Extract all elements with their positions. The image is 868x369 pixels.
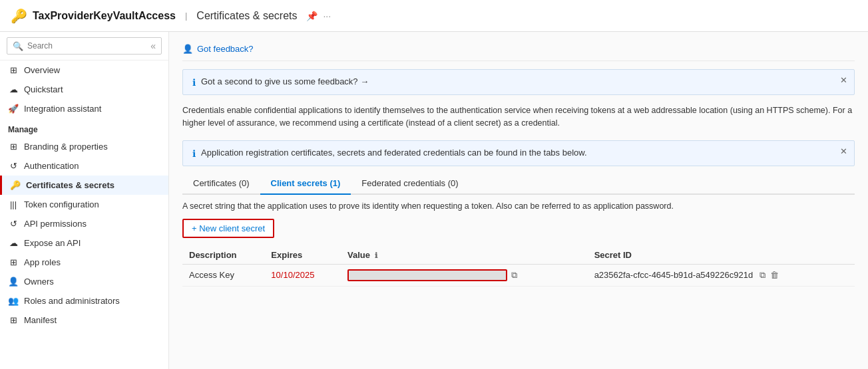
sidebar-item-label: Certificates & secrets — [26, 180, 114, 190]
collapse-icon[interactable]: « — [150, 41, 156, 51]
new-client-secret-button[interactable]: + New client secret — [182, 219, 274, 238]
sidebar-item-label: Overview — [24, 65, 60, 75]
sidebar-item-quickstart[interactable]: ☁ Quickstart — [0, 80, 168, 99]
app-icon: 🔑 — [11, 8, 27, 24]
sidebar-item-api-permissions[interactable]: ↺ API permissions — [0, 214, 168, 233]
delete-secret-icon[interactable]: 🗑 — [770, 270, 779, 280]
secret-id-text: a23562fa-cfcc-4645-b91d-a549226c921d — [594, 270, 754, 280]
sidebar-item-token-config[interactable]: ||| Token configuration — [0, 195, 168, 214]
sidebar-item-label: Quickstart — [24, 84, 63, 94]
close-banner-1-button[interactable]: ✕ — [840, 75, 847, 85]
feedback-label: Got feedback? — [197, 44, 254, 54]
content-inner: 👤 Got feedback? ℹ Got a second to give u… — [169, 32, 868, 295]
value-cell: ⧉ — [347, 269, 581, 281]
sidebar-item-authentication[interactable]: ↺ Authentication — [0, 156, 168, 176]
branding-icon: ⊞ — [8, 142, 19, 152]
info-icon-2: ℹ — [192, 148, 196, 159]
feedback-banner: ℹ Got a second to give us some feedback?… — [182, 69, 855, 95]
value-redacted — [347, 269, 507, 281]
sidebar-item-label: Integration assistant — [24, 104, 101, 114]
table-header-row: Description Expires Value ℹ Secret ID — [182, 246, 855, 265]
page-header: 🔑 TaxProviderKeyVaultAccess | Certificat… — [0, 0, 868, 32]
sidebar-item-label: Roles and administrators — [24, 296, 120, 306]
tab-certificates[interactable]: Certificates (0) — [182, 173, 260, 195]
pin-icon[interactable]: 📌 — [306, 11, 318, 21]
more-options-icon[interactable]: ··· — [323, 11, 331, 21]
credentials-description: Credentials enable confidential applicat… — [182, 102, 855, 132]
info-icon-1: ℹ — [192, 77, 196, 88]
tab-description: A secret string that the application use… — [182, 201, 855, 211]
sidebar-item-app-roles[interactable]: ⊞ App roles — [0, 253, 168, 272]
cell-secret-id: a23562fa-cfcc-4645-b91d-a549226c921d ⧉ 🗑 — [588, 264, 855, 286]
sidebar-item-overview[interactable]: ⊞ Overview — [0, 61, 168, 80]
copy-value-icon[interactable]: ⧉ — [511, 270, 517, 281]
search-box[interactable]: 🔍 « — [7, 37, 162, 55]
app-roles-icon: ⊞ — [8, 257, 19, 267]
page-title: Certificates & secrets — [196, 10, 297, 22]
value-info-icon: ℹ — [375, 251, 377, 259]
sidebar-item-certificates[interactable]: 🔑 Certificates & secrets — [0, 176, 168, 195]
certificates-icon: 🔑 — [10, 180, 21, 190]
overview-icon: ⊞ — [8, 65, 19, 75]
authentication-icon: ↺ — [8, 161, 19, 171]
col-description: Description — [182, 246, 264, 265]
cell-description: Access Key — [182, 264, 264, 286]
sidebar-item-label: Expose an API — [24, 238, 81, 248]
content-area: 👤 Got feedback? ℹ Got a second to give u… — [169, 32, 868, 369]
manage-section-label: Manage — [0, 118, 168, 137]
feedback-person-icon: 👤 — [182, 44, 193, 54]
integration-icon: 🚀 — [8, 104, 19, 114]
cell-expires: 10/10/2025 — [264, 264, 341, 286]
quickstart-icon: ☁ — [8, 84, 19, 94]
tabs-info-banner: ℹ Application registration certificates,… — [182, 140, 855, 166]
tabs-info-banner-text: Application registration certificates, s… — [201, 148, 587, 158]
tabs-row: Certificates (0) Client secrets (1) Fede… — [182, 173, 855, 195]
sidebar-item-roles-admins[interactable]: 👥 Roles and administrators — [0, 291, 168, 310]
secrets-table: Description Expires Value ℹ Secret ID Ac… — [182, 246, 855, 287]
header-separator: | — [185, 11, 187, 21]
sidebar-item-manifest[interactable]: ⊞ Manifest — [0, 310, 168, 330]
sidebar-item-label: Token configuration — [24, 199, 99, 209]
sidebar-nav: ⊞ Overview ☁ Quickstart 🚀 Integration as… — [0, 61, 168, 369]
sidebar-item-label: App roles — [24, 257, 61, 267]
roles-admins-icon: 👥 — [8, 296, 19, 306]
api-permissions-icon: ↺ — [8, 219, 19, 229]
col-secret-id: Secret ID — [588, 246, 855, 265]
col-value: Value ℹ — [341, 246, 588, 265]
token-config-icon: ||| — [8, 199, 19, 209]
copy-secret-id-icon[interactable]: ⧉ — [760, 270, 765, 280]
sidebar-item-label: Manifest — [24, 315, 57, 325]
tab-client-secrets[interactable]: Client secrets (1) — [260, 173, 351, 195]
sidebar: 🔍 « ⊞ Overview ☁ Quickstart 🚀 Integratio… — [0, 32, 169, 369]
owners-icon: 👤 — [8, 277, 19, 287]
search-input[interactable] — [27, 41, 146, 51]
tab-federated-creds[interactable]: Federated credentials (0) — [351, 173, 469, 195]
sidebar-item-branding[interactable]: ⊞ Branding & properties — [0, 137, 168, 156]
close-banner-2-button[interactable]: ✕ — [840, 146, 847, 156]
table-row: Access Key 10/10/2025 ⧉ a23562fa-cfcc-46… — [182, 264, 855, 286]
sidebar-item-label: Owners — [24, 277, 54, 287]
sidebar-item-label: Authentication — [24, 161, 79, 171]
manifest-icon: ⊞ — [8, 315, 19, 325]
expose-api-icon: ☁ — [8, 238, 19, 248]
search-icon: 🔍 — [13, 41, 23, 51]
app-name: TaxProviderKeyVaultAccess — [33, 10, 176, 22]
cell-value: ⧉ — [341, 264, 588, 286]
sidebar-item-owners[interactable]: 👤 Owners — [0, 272, 168, 291]
sidebar-item-label: Branding & properties — [24, 142, 108, 152]
sidebar-item-label: API permissions — [24, 219, 87, 229]
col-expires: Expires — [264, 246, 341, 265]
feedback-banner-text: Got a second to give us some feedback? → — [201, 76, 369, 86]
search-wrap: 🔍 « — [0, 32, 168, 61]
feedback-bar[interactable]: 👤 Got feedback? — [182, 40, 855, 61]
main-layout: 🔍 « ⊞ Overview ☁ Quickstart 🚀 Integratio… — [0, 32, 868, 369]
sidebar-item-integration[interactable]: 🚀 Integration assistant — [0, 99, 168, 118]
sidebar-item-expose-api[interactable]: ☁ Expose an API — [0, 233, 168, 253]
